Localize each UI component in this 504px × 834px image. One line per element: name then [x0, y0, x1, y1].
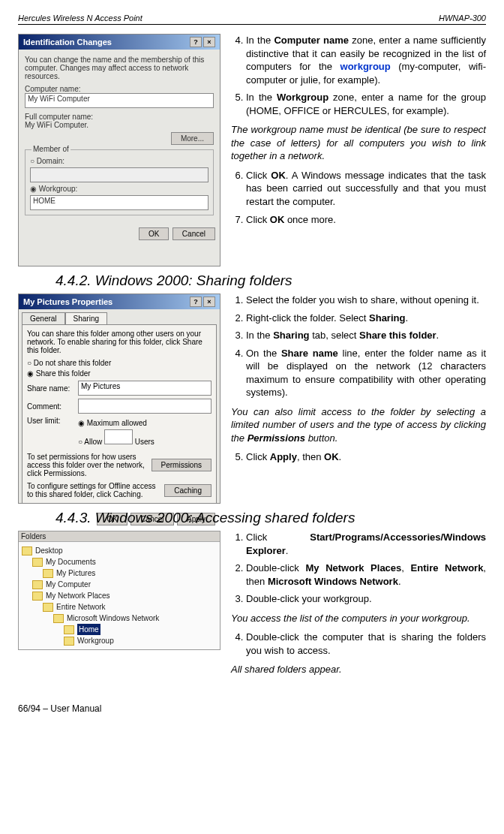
dialog-title: Identification Changes	[23, 38, 112, 47]
list-item: In the Computer name zone, enter a name …	[246, 34, 486, 86]
tree-item-selected[interactable]: Home	[22, 624, 217, 635]
tree-item[interactable]: Desktop	[22, 545, 217, 556]
close-icon[interactable]: ×	[203, 37, 215, 47]
tree-item[interactable]: Workgroup	[22, 635, 217, 646]
input-user-count[interactable]	[104, 429, 133, 444]
list-item: Double-click the computer that is sharin…	[246, 631, 486, 657]
cache-text: To configure settings for Offline access…	[27, 482, 160, 498]
heading-442: 4.4.2. Windows 2000: Sharing folders	[56, 272, 486, 289]
ok-button[interactable]: OK	[139, 227, 169, 240]
list-item: In the Workgroup zone, enter a name for …	[246, 91, 486, 117]
label-full-name: Full computer name:	[25, 113, 214, 121]
close-icon[interactable]: ×	[203, 297, 215, 307]
tree-item[interactable]: My Pictures	[22, 568, 217, 579]
radio-domain[interactable]: ○ Domain:	[30, 157, 208, 165]
radio-workgroup[interactable]: ◉ Workgroup:	[30, 185, 208, 193]
group-label: Member of	[32, 145, 70, 153]
tree-item[interactable]: My Computer	[22, 579, 217, 590]
input-workgroup[interactable]: HOME	[30, 195, 208, 210]
dialog-identification-changes: Identification Changes ? × You can chang…	[18, 34, 220, 266]
workgroup-icon	[64, 637, 74, 646]
content-col-3: Click Start/Programs/Accessories/Windows…	[231, 531, 486, 682]
note-workgroup: The workgroup name must be identical (be…	[231, 123, 486, 163]
input-share-name[interactable]: My Pictures	[78, 381, 212, 396]
list-item: Click Start/Programs/Accessories/Windows…	[246, 531, 486, 557]
list-item: Right-click the folder. Select Sharing.	[246, 312, 486, 325]
list-item: In the Sharing tab, select Share this fo…	[246, 329, 486, 342]
label-comment: Comment:	[27, 402, 74, 411]
label-user-limit: User limit:	[27, 417, 74, 448]
list-item: Click OK. A Windows message indicates th…	[246, 169, 486, 209]
tree-item[interactable]: Entire Network	[22, 601, 217, 613]
input-comment[interactable]	[78, 399, 212, 414]
radio-max[interactable]: ◉ Maximum allowed	[78, 419, 154, 427]
cancel-button[interactable]: Cancel	[172, 227, 215, 240]
network-icon	[32, 592, 43, 601]
dialog-intro: You can change the name and the membersh…	[25, 56, 214, 80]
end-note: All shared folders appear.	[231, 663, 486, 676]
link-workgroup[interactable]: workgroup	[340, 61, 391, 72]
tree-header: Folders	[19, 531, 220, 542]
content-col-2: Select the folder you wish to share, wit…	[231, 294, 486, 504]
globe-icon	[43, 603, 53, 612]
list-item: On the Share name line, enter the folder…	[246, 347, 486, 399]
input-domain	[30, 167, 208, 182]
tab-general[interactable]: General	[22, 312, 65, 324]
more-button[interactable]: More...	[171, 132, 214, 145]
radio-allow[interactable]: ○ Allow Users	[78, 429, 154, 446]
tree-item[interactable]: My Documents	[22, 556, 217, 568]
help-icon[interactable]: ?	[190, 37, 202, 47]
tab-sharing[interactable]: Sharing	[65, 312, 107, 324]
list-item: Double-click your workgroup.	[246, 592, 486, 606]
label-share-name: Share name:	[27, 384, 74, 393]
tree-item[interactable]: My Network Places	[22, 590, 217, 601]
network-icon	[53, 614, 64, 623]
header-left: Hercules Wireless N Access Point	[18, 14, 142, 23]
note-access: You access the list of the computers in …	[231, 612, 486, 625]
list-item: Select the folder you wish to share, wit…	[246, 294, 486, 307]
help-icon[interactable]: ?	[190, 297, 202, 307]
perm-text: To set permissions for how users access …	[27, 453, 147, 477]
desktop-icon	[22, 546, 32, 555]
label-computer-name: Computer name:	[25, 85, 214, 93]
input-computer-name[interactable]: My WiFi Computer	[25, 93, 214, 108]
computer-icon	[32, 580, 43, 589]
list-item: Click OK once more.	[246, 213, 486, 227]
workgroup-icon	[64, 625, 74, 634]
folder-tree-image: Folders Desktop My Documents My Pictures…	[18, 531, 220, 619]
dialog-properties: My Pictures Properties ? × General Shari…	[18, 294, 220, 504]
radio-share[interactable]: ◉ Share this folder	[27, 369, 212, 378]
folder-icon	[43, 569, 53, 578]
list-item: Double-click My Network Places, Entire N…	[246, 562, 486, 588]
sharing-intro: You can share this folder among other us…	[27, 330, 212, 354]
content-col-1: In the Computer name zone, enter a name …	[231, 34, 486, 266]
page-header: Hercules Wireless N Access Point HWNAP-3…	[18, 14, 486, 25]
radio-noshare[interactable]: ○ Do not share this folder	[27, 359, 212, 367]
value-full-name: My WiFi Computer.	[25, 121, 214, 129]
tree-item[interactable]: Microsoft Windows Network	[22, 613, 217, 624]
caching-button[interactable]: Caching	[164, 484, 212, 497]
list-item: Click Apply, then OK.	[246, 450, 486, 464]
heading-443: 4.4.3. Windows 2000: Accessing shared fo…	[56, 510, 486, 526]
header-right: HWNAP-300	[439, 14, 486, 23]
page-footer: 66/94 – User Manual	[18, 703, 486, 714]
dialog-title: My Pictures Properties	[23, 297, 112, 306]
permissions-button[interactable]: Permissions	[152, 459, 212, 471]
note-permissions: You can also limit access to the folder …	[231, 405, 486, 445]
folder-icon	[32, 558, 43, 567]
